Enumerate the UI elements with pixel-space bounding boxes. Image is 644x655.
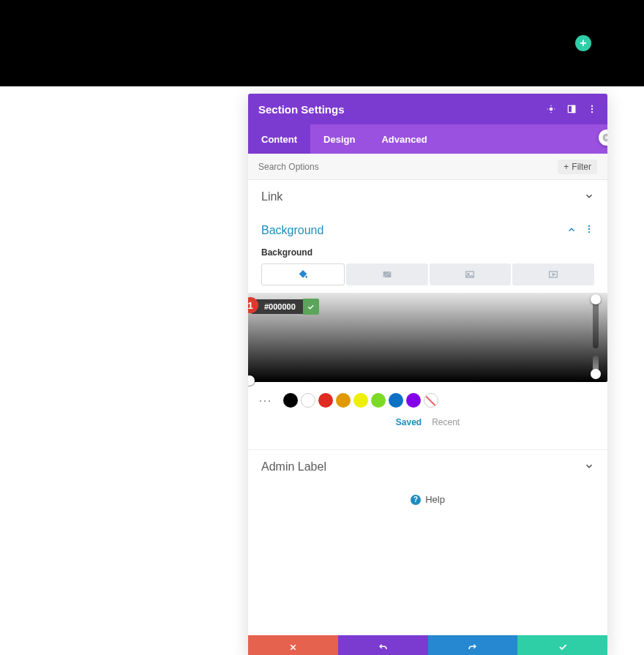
chevron-up-icon	[566, 225, 577, 237]
tab-advanced[interactable]: Advanced	[368, 124, 440, 154]
expand-icon[interactable]	[546, 104, 556, 114]
save-button[interactable]	[517, 635, 607, 655]
svg-rect-3	[572, 105, 575, 112]
swatch-tab-saved[interactable]: Saved	[396, 417, 422, 427]
search-input[interactable]	[258, 162, 558, 172]
swatch-tab-recent[interactable]: Recent	[432, 417, 460, 427]
close-icon	[602, 133, 607, 142]
svg-point-5	[591, 108, 593, 110]
hue-slider[interactable]	[593, 297, 599, 348]
redo-button[interactable]	[428, 635, 518, 655]
section-link[interactable]: Link	[248, 180, 607, 214]
swatch-7[interactable]	[406, 393, 421, 408]
panel-header: Section Settings	[248, 94, 607, 124]
panel-spacer	[248, 511, 607, 635]
alpha-slider[interactable]	[593, 356, 599, 376]
picker-cursor[interactable]	[248, 375, 255, 386]
alpha-handle[interactable]	[591, 369, 601, 379]
swatch-5[interactable]	[371, 393, 386, 408]
help-icon: ?	[411, 495, 421, 505]
svg-point-1	[550, 108, 553, 111]
plus-icon: +	[580, 37, 586, 50]
section-admin-label-text: Admin Label	[261, 460, 326, 474]
snap-icon[interactable]	[566, 104, 577, 114]
swatch-3[interactable]	[336, 393, 351, 408]
svg-point-7	[588, 225, 590, 227]
image-icon	[464, 269, 476, 280]
cancel-button[interactable]	[248, 635, 338, 655]
chevron-down-icon	[584, 191, 594, 203]
swatch-row: ⋯	[258, 392, 594, 408]
close-icon	[288, 643, 298, 652]
gradient-icon	[381, 269, 393, 280]
hex-readout: 1 #000000	[248, 299, 319, 315]
redo-icon	[467, 642, 478, 653]
hex-value[interactable]: #000000	[251, 299, 303, 314]
kebab-menu-icon[interactable]	[587, 104, 597, 114]
page-topbar: +	[0, 0, 644, 86]
swatch-tabs: Saved Recent	[261, 417, 594, 427]
hex-confirm-button[interactable]	[303, 299, 319, 315]
hue-handle[interactable]	[591, 294, 601, 304]
panel-footer	[248, 635, 607, 655]
color-picker[interactable]: 1 #000000	[248, 293, 607, 382]
section-menu-icon[interactable]	[584, 224, 594, 237]
help-label: Help	[425, 494, 445, 505]
bg-tab-image[interactable]	[430, 263, 512, 285]
background-content: Background 1 #000000	[248, 247, 607, 442]
panel-header-actions	[546, 104, 597, 114]
section-background[interactable]: Background	[248, 214, 607, 247]
tab-design[interactable]: Design	[310, 124, 368, 154]
help-button[interactable]: ? Help	[248, 484, 607, 511]
check-icon	[558, 642, 568, 652]
swatch-1[interactable]	[301, 393, 315, 408]
bg-tab-color[interactable]	[261, 263, 345, 285]
undo-button[interactable]	[338, 635, 428, 655]
svg-point-8	[588, 228, 590, 230]
panel-title: Section Settings	[258, 103, 345, 116]
settings-panel: Section Settings Content Design Advanced…	[248, 94, 607, 655]
settings-tabs: Content Design Advanced	[248, 124, 607, 154]
section-background-label: Background	[261, 224, 323, 237]
section-admin-label[interactable]: Admin Label	[248, 449, 607, 484]
search-filter-row: +Filter	[248, 154, 607, 180]
section-link-label: Link	[261, 190, 282, 203]
background-type-tabs	[261, 263, 594, 285]
svg-point-4	[591, 105, 593, 107]
swatch-6[interactable]	[389, 393, 403, 408]
undo-icon	[378, 642, 389, 653]
paint-bucket-icon	[297, 269, 309, 280]
video-icon	[547, 269, 559, 280]
swatch-4[interactable]	[353, 393, 368, 408]
swatch-2[interactable]	[318, 393, 333, 408]
plus-icon: +	[564, 162, 569, 172]
tab-content[interactable]: Content	[248, 124, 310, 154]
add-section-button[interactable]: +	[575, 35, 591, 51]
svg-point-6	[591, 111, 593, 113]
bg-tab-video[interactable]	[512, 263, 594, 285]
svg-point-9	[588, 231, 590, 233]
background-sublabel: Background	[261, 247, 594, 258]
filter-label: Filter	[572, 162, 591, 172]
svg-point-10	[305, 276, 307, 278]
bg-tab-gradient[interactable]	[346, 263, 428, 285]
filter-button[interactable]: +Filter	[558, 160, 597, 174]
more-swatches-icon[interactable]: ⋯	[258, 392, 280, 408]
swatch-none[interactable]	[424, 393, 438, 408]
swatch-0[interactable]	[283, 393, 298, 408]
check-icon	[307, 303, 315, 311]
chevron-down-icon	[584, 461, 594, 474]
